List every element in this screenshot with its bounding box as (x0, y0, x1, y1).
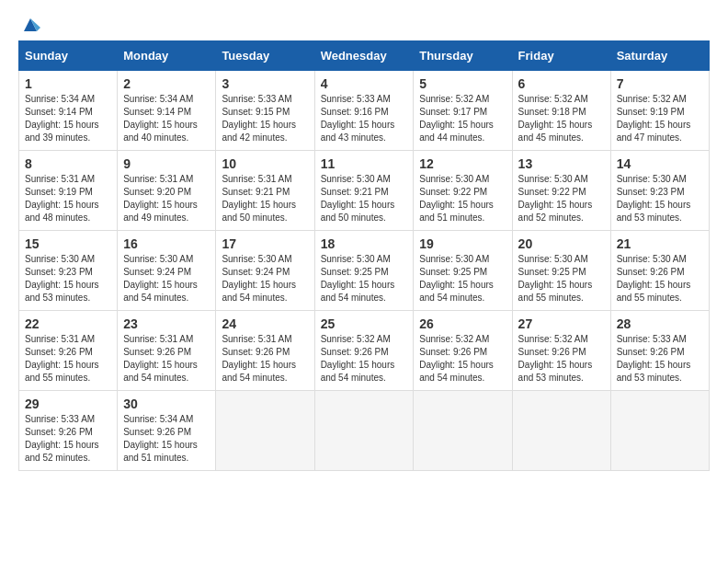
day-number: 30 (123, 396, 210, 411)
weekday-header-friday: Friday (512, 41, 610, 71)
calendar-day: 26Sunrise: 5:32 AMSunset: 9:26 PMDayligh… (414, 311, 512, 391)
calendar-day: 24Sunrise: 5:31 AMSunset: 9:26 PMDayligh… (216, 311, 314, 391)
day-number: 1 (25, 76, 111, 91)
day-number: 20 (518, 236, 605, 251)
day-detail: Sunrise: 5:30 AMSunset: 9:23 PMDaylight:… (25, 253, 111, 304)
day-detail: Sunrise: 5:32 AMSunset: 9:18 PMDaylight:… (518, 93, 605, 144)
day-detail: Sunrise: 5:32 AMSunset: 9:17 PMDaylight:… (419, 93, 506, 144)
day-detail: Sunrise: 5:31 AMSunset: 9:26 PMDaylight:… (222, 333, 308, 385)
day-number: 12 (419, 156, 506, 171)
day-detail: Sunrise: 5:30 AMSunset: 9:25 PMDaylight:… (518, 253, 605, 304)
day-number: 23 (123, 316, 210, 331)
calendar-week-4: 22Sunrise: 5:31 AMSunset: 9:26 PMDayligh… (19, 311, 710, 391)
calendar-day: 8Sunrise: 5:31 AMSunset: 9:19 PMDaylight… (19, 151, 118, 231)
calendar-day: 23Sunrise: 5:31 AMSunset: 9:26 PMDayligh… (118, 311, 216, 391)
day-detail: Sunrise: 5:33 AMSunset: 9:26 PMDaylight:… (617, 333, 703, 385)
calendar-day (314, 391, 414, 471)
day-number: 28 (617, 316, 703, 331)
day-detail: Sunrise: 5:31 AMSunset: 9:26 PMDaylight:… (123, 333, 210, 385)
calendar-day (216, 391, 314, 471)
day-number: 25 (321, 316, 408, 331)
calendar-day: 14Sunrise: 5:30 AMSunset: 9:23 PMDayligh… (610, 151, 709, 231)
day-detail: Sunrise: 5:30 AMSunset: 9:21 PMDaylight:… (321, 173, 408, 224)
calendar-day: 9Sunrise: 5:31 AMSunset: 9:20 PMDaylight… (118, 151, 216, 231)
calendar-day: 30Sunrise: 5:34 AMSunset: 9:26 PMDayligh… (118, 391, 216, 471)
day-number: 14 (617, 156, 703, 171)
day-number: 4 (321, 76, 408, 91)
day-number: 2 (123, 76, 210, 91)
calendar-day: 17Sunrise: 5:30 AMSunset: 9:24 PMDayligh… (216, 231, 314, 311)
day-detail: Sunrise: 5:30 AMSunset: 9:22 PMDaylight:… (518, 173, 605, 224)
day-number: 21 (617, 236, 703, 251)
day-number: 16 (123, 236, 210, 251)
day-detail: Sunrise: 5:30 AMSunset: 9:24 PMDaylight:… (222, 253, 308, 304)
day-detail: Sunrise: 5:34 AMSunset: 9:14 PMDaylight:… (123, 93, 210, 144)
day-detail: Sunrise: 5:33 AMSunset: 9:26 PMDaylight:… (25, 413, 111, 465)
calendar-day: 28Sunrise: 5:33 AMSunset: 9:26 PMDayligh… (610, 311, 709, 391)
day-detail: Sunrise: 5:33 AMSunset: 9:15 PMDaylight:… (222, 93, 308, 144)
logo-icon (20, 15, 40, 35)
day-detail: Sunrise: 5:30 AMSunset: 9:24 PMDaylight:… (123, 253, 210, 304)
day-detail: Sunrise: 5:31 AMSunset: 9:26 PMDaylight:… (25, 333, 111, 385)
calendar-day: 21Sunrise: 5:30 AMSunset: 9:26 PMDayligh… (610, 231, 709, 311)
calendar-day: 16Sunrise: 5:30 AMSunset: 9:24 PMDayligh… (118, 231, 216, 311)
weekday-header-tuesday: Tuesday (216, 41, 314, 71)
day-detail: Sunrise: 5:34 AMSunset: 9:14 PMDaylight:… (25, 93, 111, 144)
day-number: 18 (321, 236, 408, 251)
day-detail: Sunrise: 5:32 AMSunset: 9:26 PMDaylight:… (321, 333, 408, 385)
calendar-day: 22Sunrise: 5:31 AMSunset: 9:26 PMDayligh… (19, 311, 118, 391)
calendar-day: 1Sunrise: 5:34 AMSunset: 9:14 PMDaylight… (19, 71, 118, 151)
day-detail: Sunrise: 5:31 AMSunset: 9:20 PMDaylight:… (123, 173, 210, 224)
calendar-day: 20Sunrise: 5:30 AMSunset: 9:25 PMDayligh… (512, 231, 610, 311)
day-detail: Sunrise: 5:32 AMSunset: 9:26 PMDaylight:… (518, 333, 605, 385)
day-detail: Sunrise: 5:30 AMSunset: 9:25 PMDaylight:… (321, 253, 408, 304)
calendar-day: 2Sunrise: 5:34 AMSunset: 9:14 PMDaylight… (118, 71, 216, 151)
day-detail: Sunrise: 5:30 AMSunset: 9:22 PMDaylight:… (419, 173, 506, 224)
day-detail: Sunrise: 5:31 AMSunset: 9:21 PMDaylight:… (222, 173, 308, 224)
day-number: 9 (123, 156, 210, 171)
calendar-day: 10Sunrise: 5:31 AMSunset: 9:21 PMDayligh… (216, 151, 314, 231)
day-number: 6 (518, 76, 605, 91)
calendar-day: 25Sunrise: 5:32 AMSunset: 9:26 PMDayligh… (314, 311, 414, 391)
day-number: 10 (222, 156, 308, 171)
calendar-day: 15Sunrise: 5:30 AMSunset: 9:23 PMDayligh… (19, 231, 118, 311)
day-detail: Sunrise: 5:31 AMSunset: 9:19 PMDaylight:… (25, 173, 111, 224)
day-number: 11 (321, 156, 408, 171)
day-number: 17 (222, 236, 308, 251)
day-number: 22 (25, 316, 111, 331)
calendar-day: 27Sunrise: 5:32 AMSunset: 9:26 PMDayligh… (512, 311, 610, 391)
day-detail: Sunrise: 5:30 AMSunset: 9:23 PMDaylight:… (617, 173, 703, 224)
calendar-day: 7Sunrise: 5:32 AMSunset: 9:19 PMDaylight… (610, 71, 709, 151)
calendar-week-2: 8Sunrise: 5:31 AMSunset: 9:19 PMDaylight… (19, 151, 710, 231)
weekday-header-saturday: Saturday (610, 41, 709, 71)
calendar-day: 19Sunrise: 5:30 AMSunset: 9:25 PMDayligh… (414, 231, 512, 311)
calendar-day: 11Sunrise: 5:30 AMSunset: 9:21 PMDayligh… (314, 151, 414, 231)
calendar-day (610, 391, 709, 471)
day-number: 24 (222, 316, 308, 331)
calendar-day (512, 391, 610, 471)
day-detail: Sunrise: 5:30 AMSunset: 9:25 PMDaylight:… (419, 253, 506, 304)
day-number: 15 (25, 236, 111, 251)
calendar-day: 29Sunrise: 5:33 AMSunset: 9:26 PMDayligh… (19, 391, 118, 471)
weekday-header-thursday: Thursday (414, 41, 512, 71)
day-number: 7 (617, 76, 703, 91)
header (18, 18, 710, 31)
logo (18, 18, 40, 31)
day-number: 26 (419, 316, 506, 331)
day-number: 5 (419, 76, 506, 91)
calendar-day: 5Sunrise: 5:32 AMSunset: 9:17 PMDaylight… (414, 71, 512, 151)
calendar-day: 3Sunrise: 5:33 AMSunset: 9:15 PMDaylight… (216, 71, 314, 151)
day-detail: Sunrise: 5:34 AMSunset: 9:26 PMDaylight:… (123, 413, 210, 465)
day-number: 19 (419, 236, 506, 251)
weekday-header-row: SundayMondayTuesdayWednesdayThursdayFrid… (19, 41, 710, 71)
calendar-day: 18Sunrise: 5:30 AMSunset: 9:25 PMDayligh… (314, 231, 414, 311)
day-detail: Sunrise: 5:30 AMSunset: 9:26 PMDaylight:… (617, 253, 703, 304)
calendar-week-1: 1Sunrise: 5:34 AMSunset: 9:14 PMDaylight… (19, 71, 710, 151)
calendar-week-5: 29Sunrise: 5:33 AMSunset: 9:26 PMDayligh… (19, 391, 710, 471)
calendar-day (414, 391, 512, 471)
weekday-header-sunday: Sunday (19, 41, 118, 71)
day-number: 29 (25, 396, 111, 411)
calendar-day: 13Sunrise: 5:30 AMSunset: 9:22 PMDayligh… (512, 151, 610, 231)
calendar-week-3: 15Sunrise: 5:30 AMSunset: 9:23 PMDayligh… (19, 231, 710, 311)
weekday-header-monday: Monday (118, 41, 216, 71)
